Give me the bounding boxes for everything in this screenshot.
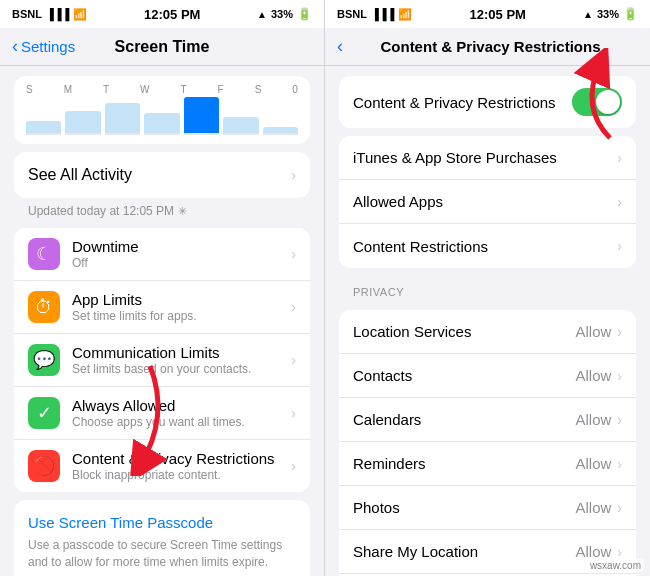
downtime-title: Downtime — [72, 238, 291, 255]
always-allowed-icon: ✓ — [28, 397, 60, 429]
battery-icon-right: 🔋 — [623, 7, 638, 21]
content-privacy-sub: Block inappropriate content. — [72, 468, 291, 482]
right-content: Content & Privacy Restrictions iTunes & … — [325, 66, 650, 576]
calendars-row[interactable]: Calendars Allow › — [339, 398, 636, 442]
chevron-right-icon: › — [291, 167, 296, 183]
privacy-section-header: PRIVACY — [325, 276, 650, 302]
comm-limits-title: Communication Limits — [72, 344, 291, 361]
app-limits-sub: Set time limits for apps. — [72, 309, 291, 323]
itunes-chevron: › — [617, 150, 622, 166]
comm-limits-row[interactable]: 💬 Communication Limits Set limits based … — [14, 334, 310, 387]
location-services-chevron: › — [617, 324, 622, 340]
back-button[interactable]: ‹ Settings — [12, 36, 75, 57]
location-services-row[interactable]: Location Services Allow › — [339, 310, 636, 354]
share-my-location-value: Allow — [575, 543, 611, 560]
status-right-right: ▲ 33% 🔋 — [583, 7, 638, 21]
passcode-desc: Use a passcode to secure Screen Time set… — [28, 537, 296, 571]
always-allowed-chevron: › — [291, 405, 296, 421]
photos-label: Photos — [353, 499, 575, 516]
toggle-knob — [596, 90, 620, 114]
privacy-items-card: Location Services Allow › Contacts Allow… — [339, 310, 636, 576]
signal-icon: ▐▐▐ — [46, 8, 69, 20]
content-privacy-title: Content & Privacy Restrictions — [72, 450, 291, 467]
bar-col-1 — [65, 111, 100, 135]
status-left-right: BSNL ▐▐▐ 📶 — [337, 8, 412, 21]
app-limits-title: App Limits — [72, 291, 291, 308]
status-left: BSNL ▐▐▐ 📶 — [12, 8, 87, 21]
time-label-right: 12:05 PM — [470, 7, 526, 22]
back-label[interactable]: Settings — [21, 38, 75, 55]
calendars-value: Allow — [575, 411, 611, 428]
downtime-icon: ☾ — [28, 238, 60, 270]
bar-col-0 — [26, 121, 61, 135]
battery-icon: 🔋 — [297, 7, 312, 21]
week-labels: S M T W T F S 0 — [26, 84, 298, 95]
downtime-sub: Off — [72, 256, 291, 270]
downtime-row[interactable]: ☾ Downtime Off › — [14, 228, 310, 281]
nav-bar-right: ‹ Content & Privacy Restrictions — [325, 28, 650, 66]
updated-text: Updated today at 12:05 PM — [28, 204, 174, 218]
zero-label: 0 — [292, 84, 298, 95]
comm-limits-icon: 💬 — [28, 344, 60, 376]
bar-col-2 — [105, 103, 140, 135]
reminders-row[interactable]: Reminders Allow › — [339, 442, 636, 486]
top-toggle-label: Content & Privacy Restrictions — [353, 94, 556, 111]
chevron-left-icon: ‹ — [12, 36, 18, 57]
app-limits-row[interactable]: ⏱ App Limits Set time limits for apps. › — [14, 281, 310, 334]
comm-limits-sub: Set limits based on your contacts. — [72, 362, 291, 376]
top-toggle-row: Content & Privacy Restrictions — [339, 76, 636, 128]
wifi-icon-right: 📶 — [398, 8, 412, 21]
comm-limits-chevron: › — [291, 352, 296, 368]
wifi-icon: 📶 — [73, 8, 87, 21]
content-privacy-icon: 🚫 — [28, 450, 60, 482]
calendars-chevron: › — [617, 412, 622, 428]
main-items-card: iTunes & App Store Purchases › Allowed A… — [339, 136, 636, 268]
reminders-value: Allow — [575, 455, 611, 472]
battery-label-right: 33% — [597, 8, 619, 20]
contacts-value: Allow — [575, 367, 611, 384]
carrier-label: BSNL — [12, 8, 42, 20]
toggle-switch[interactable] — [572, 88, 622, 116]
always-allowed-title: Always Allowed — [72, 397, 291, 414]
bar-col-4 — [184, 97, 219, 135]
allowed-apps-row[interactable]: Allowed Apps › — [339, 180, 636, 224]
contacts-row[interactable]: Contacts Allow › — [339, 354, 636, 398]
passcode-card[interactable]: Use Screen Time Passcode Use a passcode … — [14, 500, 310, 576]
page-title-left: Screen Time — [115, 38, 210, 56]
always-allowed-row[interactable]: ✓ Always Allowed Choose apps you want al… — [14, 387, 310, 440]
left-content: S M T W T F S 0 — [0, 66, 324, 576]
right-phone-panel: BSNL ▐▐▐ 📶 12:05 PM ▲ 33% 🔋 ‹ Content & … — [325, 0, 650, 576]
see-all-title: See All Activity — [28, 166, 291, 184]
passcode-title[interactable]: Use Screen Time Passcode — [28, 514, 296, 531]
content-privacy-row[interactable]: 🚫 Content & Privacy Restrictions Block i… — [14, 440, 310, 492]
content-restrictions-label: Content Restrictions — [353, 238, 617, 255]
nav-bar-left: ‹ Settings Screen Time — [0, 28, 324, 66]
photos-row[interactable]: Photos Allow › — [339, 486, 636, 530]
app-limits-chevron: › — [291, 299, 296, 315]
content-privacy-chevron: › — [291, 458, 296, 474]
allowed-apps-chevron: › — [617, 194, 622, 210]
share-my-location-row[interactable]: Share My Location Allow › — [339, 530, 636, 574]
contacts-chevron: › — [617, 368, 622, 384]
see-all-activity-row[interactable]: See All Activity › — [14, 152, 310, 198]
time-label: 12:05 PM — [144, 7, 200, 22]
content-restrictions-chevron: › — [617, 238, 622, 254]
status-bar-left: BSNL ▐▐▐ 📶 12:05 PM ▲ 33% 🔋 — [0, 0, 324, 28]
share-my-location-label: Share My Location — [353, 543, 575, 560]
location-services-label: Location Services — [353, 323, 575, 340]
carrier-label-right: BSNL — [337, 8, 367, 20]
itunes-purchases-row[interactable]: iTunes & App Store Purchases › — [339, 136, 636, 180]
location-services-value: Allow — [575, 323, 611, 340]
reminders-label: Reminders — [353, 455, 575, 472]
content-restrictions-row[interactable]: Content Restrictions › — [339, 224, 636, 268]
battery-label: 33% — [271, 8, 293, 20]
sync-icon: ✳ — [178, 205, 187, 218]
photos-chevron: › — [617, 500, 622, 516]
photos-value: Allow — [575, 499, 611, 516]
week-chart: S M T W T F S 0 — [14, 76, 310, 144]
status-bar-right: BSNL ▐▐▐ 📶 12:05 PM ▲ 33% 🔋 — [325, 0, 650, 28]
status-right: ▲ 33% 🔋 — [257, 7, 312, 21]
bar-col-3 — [144, 113, 179, 135]
bar-col-6 — [263, 127, 298, 135]
app-limits-icon: ⏱ — [28, 291, 60, 323]
